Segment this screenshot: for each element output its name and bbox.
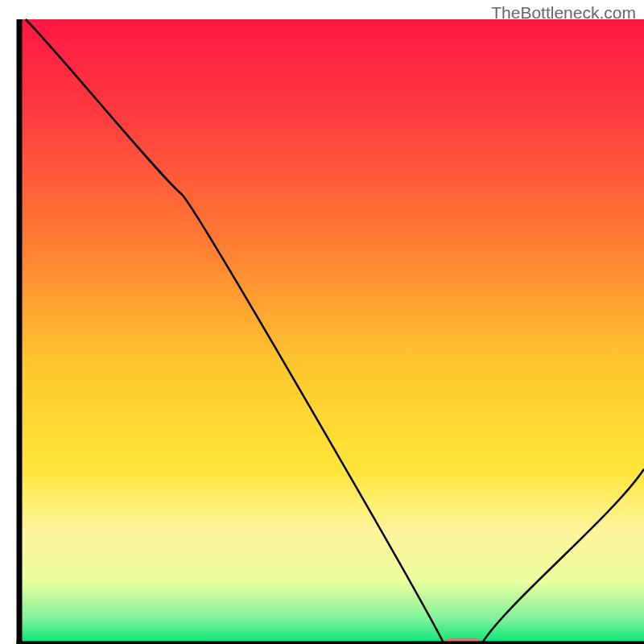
bottleneck-chart	[0, 0, 644, 644]
plot-background	[19, 19, 644, 644]
watermark: TheBottleneck.com	[491, 3, 636, 23]
chart-container: TheBottleneck.com	[0, 0, 644, 644]
